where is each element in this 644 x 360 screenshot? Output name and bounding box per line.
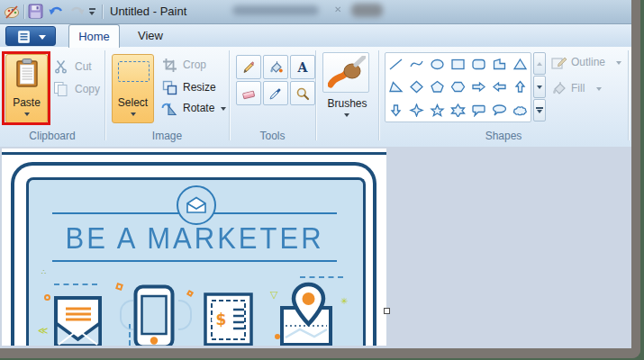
decor-asterisk: ✳ bbox=[340, 296, 348, 306]
select-dropdown-caret[interactable] bbox=[131, 112, 136, 116]
rotate-dropdown-caret[interactable] bbox=[221, 107, 226, 111]
outline-dropdown-caret[interactable] bbox=[616, 61, 621, 65]
shapes-more-button[interactable] bbox=[533, 99, 546, 122]
arrow-down-shape[interactable] bbox=[385, 99, 406, 122]
brushes-button[interactable] bbox=[322, 52, 369, 93]
shapes-scroll-up-button[interactable] bbox=[533, 52, 546, 75]
scissors-icon bbox=[54, 59, 68, 77]
dollar-glyph: $ bbox=[216, 310, 227, 328]
fill-icon bbox=[551, 81, 568, 100]
svg-text:A: A bbox=[297, 60, 309, 75]
star-4-shape[interactable] bbox=[406, 99, 427, 122]
copy-icon bbox=[53, 81, 68, 101]
chevron-up-icon bbox=[537, 62, 542, 66]
fill-dropdown-caret[interactable] bbox=[596, 87, 602, 91]
text-tool-button[interactable]: A bbox=[290, 55, 315, 79]
divider bbox=[378, 50, 379, 140]
decor-chevrons: ≪ bbox=[38, 325, 49, 337]
arrow-up-shape[interactable] bbox=[510, 76, 531, 98]
title-bar: Untitled - Paint ✕ bbox=[0, 0, 631, 24]
copy-button[interactable]: Copy bbox=[75, 83, 100, 95]
outline-button[interactable]: Outline bbox=[571, 56, 605, 68]
clipboard-group-label: Clipboard bbox=[0, 130, 104, 142]
pentagon-shape[interactable] bbox=[427, 76, 448, 98]
callout-oval-shape[interactable] bbox=[489, 99, 510, 122]
hexagon-shape[interactable] bbox=[448, 76, 468, 98]
dashed-line bbox=[300, 276, 343, 278]
shapes-scroll-down-button[interactable] bbox=[533, 76, 546, 98]
rotate-icon bbox=[160, 101, 177, 121]
rotate-button[interactable]: Rotate bbox=[183, 102, 214, 114]
arrow-right-shape[interactable] bbox=[468, 76, 489, 98]
chevron-down-icon bbox=[39, 35, 46, 40]
window-title: Untitled - Paint bbox=[110, 4, 186, 18]
undo-icon[interactable] bbox=[48, 4, 65, 22]
pencil-tool-button[interactable] bbox=[236, 55, 261, 79]
smartphone-icon bbox=[133, 284, 175, 346]
menu-icon bbox=[18, 31, 30, 43]
canvas-resize-handle[interactable] bbox=[384, 308, 390, 314]
screenshot: Untitled - Paint ✕ Home View bbox=[0, 0, 644, 360]
signal-arc bbox=[120, 300, 133, 330]
ellipse-shape[interactable] bbox=[427, 53, 448, 76]
resize-icon bbox=[162, 80, 177, 99]
dashed-line bbox=[54, 284, 97, 285]
outline-icon bbox=[551, 55, 568, 74]
redacted-text-blur bbox=[232, 5, 319, 15]
decor-dots: ∴ bbox=[41, 268, 47, 276]
tools-group-label: Tools bbox=[230, 130, 315, 142]
workspace: BE A MARKETER ≪ ∴ ▽ ✳ bbox=[0, 147, 631, 348]
divider bbox=[628, 50, 629, 140]
application-menu-button[interactable] bbox=[5, 26, 56, 46]
envelope-circle-icon bbox=[177, 185, 216, 225]
tools-grid: A bbox=[236, 55, 316, 106]
right-triangle-shape[interactable] bbox=[385, 76, 406, 98]
dollar-document-icon: $ bbox=[204, 292, 253, 346]
decor-circle bbox=[44, 294, 50, 301]
artwork-top-rule bbox=[2, 152, 386, 155]
callout-rounded-rectangle-shape[interactable] bbox=[468, 99, 489, 122]
redacted-close-icon: ✕ bbox=[334, 4, 341, 14]
ribbon-tab-row: Home View bbox=[0, 24, 631, 48]
customize-quick-access-icon[interactable] bbox=[89, 8, 95, 15]
divider bbox=[102, 4, 103, 19]
image-group-label: Image bbox=[105, 130, 229, 142]
arrow-left-shape[interactable] bbox=[489, 76, 510, 98]
polygon-shape[interactable] bbox=[489, 53, 510, 76]
save-icon[interactable] bbox=[28, 4, 43, 22]
magnifier-tool-button[interactable] bbox=[290, 81, 315, 105]
shapes-group-label: Shapes bbox=[379, 130, 628, 142]
tab-home[interactable]: Home bbox=[68, 24, 120, 48]
chevron-down-icon bbox=[537, 86, 542, 89]
decor-triangle: ▽ bbox=[270, 289, 277, 301]
brushes-label: Brushes bbox=[316, 97, 378, 110]
line-shape[interactable] bbox=[385, 53, 406, 76]
envelope-icon bbox=[54, 295, 102, 346]
star-6-shape[interactable] bbox=[448, 99, 468, 122]
resize-button[interactable]: Resize bbox=[183, 81, 216, 94]
more-bar bbox=[536, 107, 543, 109]
tab-view[interactable]: View bbox=[125, 24, 176, 48]
cut-button[interactable]: Cut bbox=[75, 60, 92, 73]
fill-button[interactable]: Fill bbox=[571, 82, 585, 94]
curve-shape[interactable] bbox=[406, 53, 427, 76]
rounded-rectangle-shape[interactable] bbox=[468, 53, 489, 76]
diamond-shape[interactable] bbox=[406, 76, 427, 98]
star-5-shape[interactable] bbox=[427, 99, 448, 122]
redo-icon[interactable] bbox=[68, 4, 86, 22]
paint-canvas[interactable]: BE A MARKETER ≪ ∴ ▽ ✳ bbox=[2, 148, 386, 346]
callout-cloud-shape[interactable] bbox=[510, 99, 531, 122]
crop-button[interactable]: Crop bbox=[183, 58, 206, 71]
eraser-tool-button[interactable] bbox=[236, 81, 261, 105]
rectangle-shape[interactable] bbox=[448, 53, 468, 76]
triangle-shape[interactable] bbox=[510, 53, 531, 76]
brushes-dropdown-caret[interactable] bbox=[344, 113, 349, 117]
ribbon: Paste Cut Copy Clipboard Select Crop bbox=[0, 47, 631, 148]
paste-highlight-annotation bbox=[2, 51, 50, 125]
select-button[interactable]: Select bbox=[112, 54, 154, 123]
fill-with-color-tool-button[interactable] bbox=[263, 55, 288, 79]
map-pin-icon bbox=[287, 282, 330, 332]
divider bbox=[229, 50, 230, 140]
paint-window: Untitled - Paint ✕ Home View bbox=[0, 0, 640, 358]
color-picker-tool-button[interactable] bbox=[263, 81, 288, 105]
